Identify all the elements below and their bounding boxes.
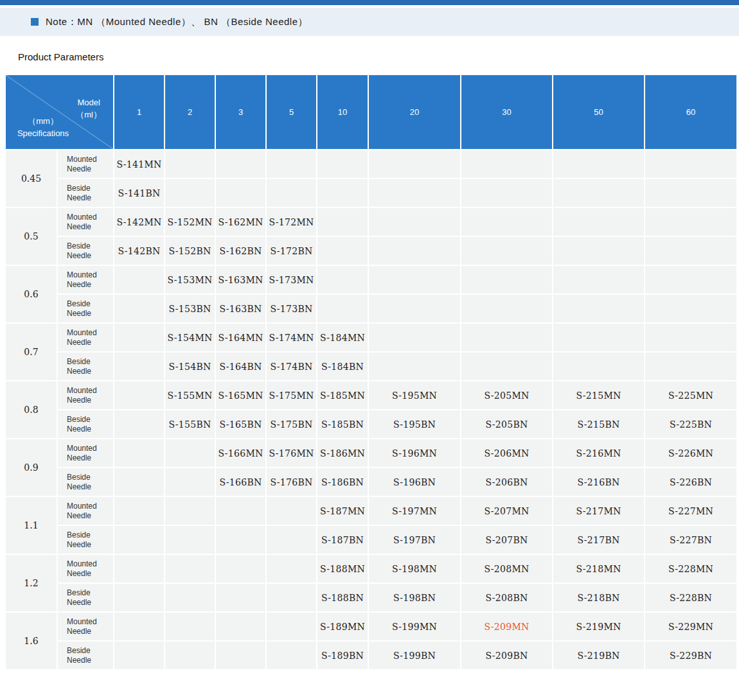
table-row: 1.1Mounted NeedleS-187MNS-197MNS-207MNS-… <box>5 496 737 525</box>
needle-type-label: Mounted Needle <box>57 439 114 468</box>
model-cell <box>368 323 461 352</box>
model-cell <box>114 265 165 294</box>
model-cell <box>461 323 553 352</box>
needle-type-label: Mounted Needle <box>57 265 114 294</box>
model-column-header: 50 <box>553 74 645 150</box>
model-cell <box>553 207 645 236</box>
model-cell: S-163BN <box>215 294 266 323</box>
model-cell: S-153BN <box>165 294 215 323</box>
model-cell <box>165 150 215 179</box>
needle-type-label: Mounted Needle <box>57 150 114 179</box>
model-cell <box>114 381 165 410</box>
model-cell: S-164MN <box>215 323 266 352</box>
model-cell: S-205BN <box>461 410 553 439</box>
model-cell <box>114 641 165 670</box>
model-cell <box>215 641 266 670</box>
model-cell <box>461 236 553 265</box>
model-cell: S-206BN <box>461 468 553 496</box>
model-cell: S-154MN <box>165 323 215 352</box>
model-cell: S-209BN <box>461 641 553 670</box>
table-row: Beside NeedleS-188BNS-198BNS-208BNS-218B… <box>5 583 737 612</box>
model-cell: S-185BN <box>317 410 368 439</box>
model-cell <box>215 150 266 179</box>
corner-model-label: Model （ml） <box>76 97 102 121</box>
table-row: 0.45Mounted NeedleS-141MN <box>5 150 737 179</box>
model-cell: S-225BN <box>645 410 737 439</box>
model-cell: S-195BN <box>368 410 461 439</box>
model-cell <box>461 150 553 179</box>
model-cell <box>114 468 165 496</box>
model-cell: S-187MN <box>317 496 368 525</box>
model-cell: S-142MN <box>114 207 165 236</box>
needle-type-label: Beside Needle <box>57 410 114 439</box>
model-cell: S-215MN <box>553 381 645 410</box>
table-corner-cell: Model （ml） （mm） Specifications <box>5 74 114 150</box>
model-cell <box>266 496 317 525</box>
model-cell: S-195MN <box>368 381 461 410</box>
model-cell: S-172MN <box>266 207 317 236</box>
table-row: Beside NeedleS-189BNS-199BNS-209BNS-219B… <box>5 641 737 670</box>
model-cell: S-189MN <box>317 612 368 641</box>
model-cell: S-196BN <box>368 468 461 496</box>
table-header-row: Model （ml） （mm） Specifications 123510203… <box>5 74 737 150</box>
model-column-header: 60 <box>645 74 737 150</box>
model-cell <box>215 496 266 525</box>
needle-type-label: Beside Needle <box>57 641 114 670</box>
model-cell: S-155MN <box>165 381 215 410</box>
model-column-header: 5 <box>266 74 317 150</box>
needle-type-label: Mounted Needle <box>57 381 114 410</box>
spec-cell: 0.9 <box>5 439 57 496</box>
table-row: Beside NeedleS-141BN <box>5 179 737 207</box>
model-cell <box>266 179 317 207</box>
model-cell-highlighted[interactable]: S-209MN <box>461 612 553 641</box>
model-cell: S-164BN <box>215 352 266 381</box>
model-cell <box>553 179 645 207</box>
model-cell: S-196MN <box>368 439 461 468</box>
model-cell <box>368 207 461 236</box>
model-cell: S-189BN <box>317 641 368 670</box>
needle-type-label: Beside Needle <box>57 294 114 323</box>
model-cell: S-219BN <box>553 641 645 670</box>
model-cell <box>266 525 317 554</box>
model-cell: S-141BN <box>114 179 165 207</box>
model-cell: S-174MN <box>266 323 317 352</box>
table-row: 0.8Mounted NeedleS-155MNS-165MNS-175MNS-… <box>5 381 737 410</box>
model-cell: S-218BN <box>553 583 645 612</box>
model-cell <box>266 150 317 179</box>
model-cell: S-184MN <box>317 323 368 352</box>
model-cell <box>461 207 553 236</box>
spec-cell: 1.6 <box>5 612 57 670</box>
spec-cell: 1.1 <box>5 496 57 554</box>
model-cell <box>645 150 737 179</box>
model-cell: S-226MN <box>645 439 737 468</box>
spec-cell: 0.6 <box>5 265 57 323</box>
model-cell <box>215 612 266 641</box>
model-cell <box>114 583 165 612</box>
corner-specifications-label: （mm） Specifications <box>11 116 75 140</box>
model-cell: S-152BN <box>165 236 215 265</box>
table-row: 0.5Mounted NeedleS-142MNS-152MNS-162MNS-… <box>5 207 737 236</box>
model-cell <box>553 236 645 265</box>
model-cell <box>368 236 461 265</box>
model-cell <box>645 179 737 207</box>
model-cell <box>553 294 645 323</box>
model-cell <box>317 294 368 323</box>
model-cell: S-215BN <box>553 410 645 439</box>
model-column-header: 30 <box>461 74 553 150</box>
model-cell: S-199BN <box>368 641 461 670</box>
needle-type-label: Beside Needle <box>57 179 114 207</box>
needle-type-label: Mounted Needle <box>57 207 114 236</box>
model-column-header: 2 <box>165 74 215 150</box>
model-column-header: 3 <box>215 74 266 150</box>
model-cell: S-186BN <box>317 468 368 496</box>
needle-type-label: Mounted Needle <box>57 554 114 583</box>
needle-type-label: Beside Needle <box>57 236 114 265</box>
spec-cell: 1.2 <box>5 554 57 612</box>
model-cell: S-217BN <box>553 525 645 554</box>
model-cell <box>553 265 645 294</box>
model-cell <box>114 439 165 468</box>
model-cell: S-207MN <box>461 496 553 525</box>
model-cell <box>461 352 553 381</box>
model-cell: S-172BN <box>266 236 317 265</box>
model-cell: S-166MN <box>215 439 266 468</box>
